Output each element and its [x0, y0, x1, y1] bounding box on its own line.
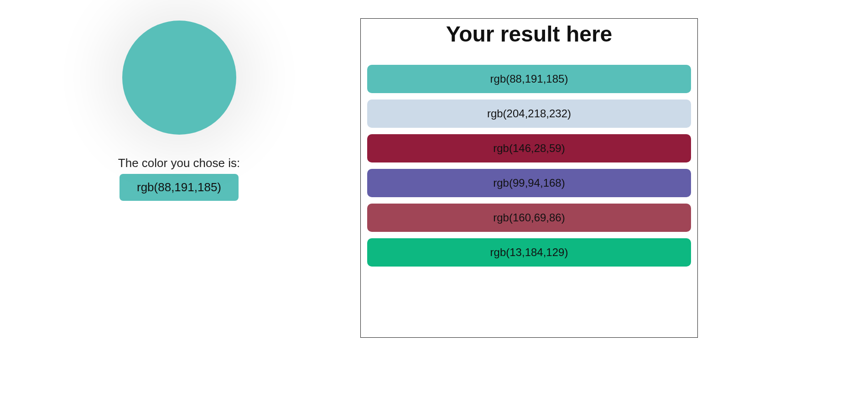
selected-color-circle[interactable] [122, 21, 236, 135]
result-item[interactable]: rgb(99,94,168) [367, 169, 691, 197]
chosen-color-label: The color you chose is: [118, 156, 240, 170]
result-item[interactable]: rgb(88,191,185) [367, 65, 691, 93]
results-title: Your result here [361, 21, 697, 47]
result-item[interactable]: rgb(204,218,232) [367, 100, 691, 128]
results-panel[interactable]: Your result here rgb(88,191,185)rgb(204,… [360, 18, 698, 338]
left-panel: The color you chose is: rgb(88,191,185) [0, 0, 358, 419]
color-circle-wrapper [88, 9, 270, 146]
chosen-color-value: rgb(88,191,185) [120, 174, 239, 201]
result-item[interactable]: rgb(160,69,86) [367, 204, 691, 232]
result-item[interactable]: rgb(13,184,129) [367, 238, 691, 267]
result-list: rgb(88,191,185)rgb(204,218,232)rgb(146,2… [361, 65, 697, 278]
result-item[interactable]: rgb(146,28,59) [367, 134, 691, 162]
